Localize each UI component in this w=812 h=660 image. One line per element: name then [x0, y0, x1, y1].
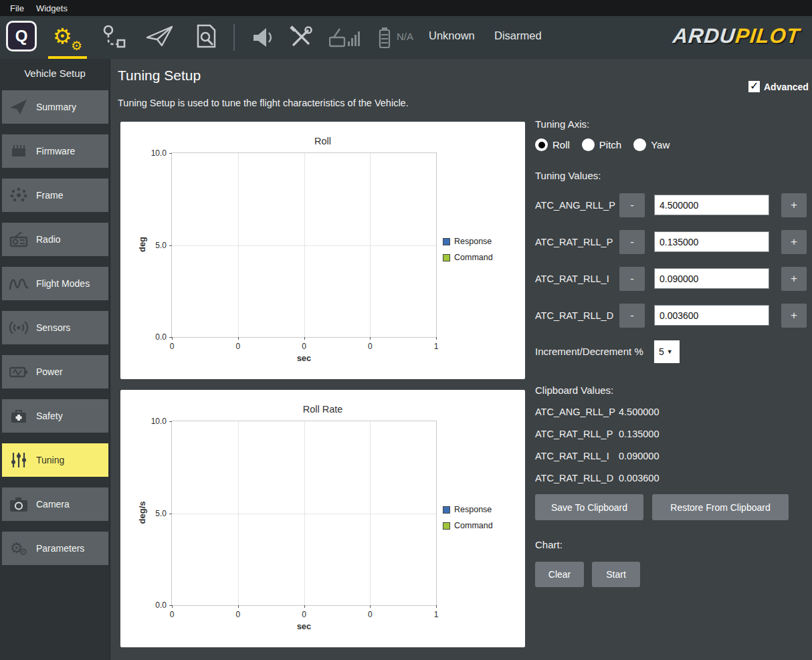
decrement-button[interactable]: - [619, 304, 645, 328]
response-swatch [443, 506, 450, 514]
tuning-row-atc-rat-rll-i: ATC_RAT_RLL_I - + [535, 267, 809, 291]
ardupilot-logo-right: PILOT [734, 24, 801, 47]
toolbar: Q ⚙⚙ [0, 16, 812, 59]
chevron-down-icon: ▼ [667, 348, 673, 355]
chart-legend: Response Command [443, 237, 493, 269]
legend-item-response: Response [443, 505, 493, 514]
fly-paper-plane-icon [146, 25, 174, 50]
rc-signal-icon[interactable] [324, 16, 365, 59]
battery-status-text: N/A [397, 31, 413, 42]
active-tab-underline [48, 56, 87, 59]
sidebar-item-label: Safety [36, 411, 63, 421]
armed-status[interactable]: Disarmed [494, 29, 542, 42]
flight-mode-status[interactable]: Unknown [429, 29, 475, 42]
sidebar-item-label: Summary [36, 102, 76, 112]
menubar: File Widgets [0, 0, 812, 16]
tuning-row-atc-rat-rll-p: ATC_RAT_RLL_P - + [535, 230, 809, 254]
param-value-input[interactable] [654, 195, 769, 215]
increment-button[interactable]: + [781, 304, 807, 328]
increment-button[interactable]: + [781, 267, 807, 291]
decrement-button[interactable]: - [619, 267, 645, 291]
chip-icon [8, 140, 29, 162]
battery-power-icon [8, 361, 29, 382]
command-swatch [443, 254, 450, 261]
command-swatch [443, 522, 450, 530]
x-axis-label: sec [171, 353, 437, 363]
legend-item-command: Command [443, 521, 493, 530]
battery-icon[interactable] [376, 16, 393, 59]
yaw-radio[interactable] [633, 138, 646, 151]
sidebar-title: Vehicle Setup [0, 68, 110, 79]
tuning-axis-label: Tuning Axis: [535, 118, 589, 130]
roll-rate-chart-panel: Roll Rate deg/s 0000110.05.00.0 sec Resp… [120, 390, 525, 647]
radio-option-pitch[interactable]: Pitch [582, 138, 621, 151]
radio-option-roll[interactable]: Roll [535, 138, 570, 151]
tuning-values-label: Tuning Values: [535, 170, 601, 181]
waveform-icon [8, 273, 29, 294]
camera-icon [8, 493, 29, 515]
start-chart-button[interactable]: Start [592, 562, 640, 587]
toolbar-vehicle-setup-button[interactable]: ⚙⚙ [47, 16, 88, 59]
param-value-input[interactable] [654, 231, 769, 252]
restore-from-clipboard-button[interactable]: Restore From Clipboard [652, 494, 789, 520]
tools-icon[interactable] [282, 16, 320, 59]
menu-file[interactable]: File [4, 3, 30, 13]
increment-decrement-row: Increment/Decrement % 5 ▼ [535, 340, 809, 363]
ardupilot-logo-left: ARDU [672, 24, 736, 47]
roll-radio[interactable] [535, 138, 548, 151]
pitch-radio[interactable] [582, 138, 595, 151]
sidebar-item-power[interactable]: Power [2, 355, 108, 389]
sidebar-item-tuning[interactable]: Tuning [2, 443, 108, 477]
sidebar-item-label: Tuning [36, 455, 64, 465]
roll-rate-plot-area: 0000110.05.00.0 [171, 421, 437, 606]
sidebar-item-label: Flight Modes [36, 278, 90, 289]
param-value-input[interactable] [654, 268, 769, 289]
qgc-logo-button[interactable]: Q [6, 21, 37, 51]
param-name: ATC_RAT_RLL_P [535, 230, 613, 254]
signal-waves-icon [8, 317, 29, 338]
sidebar-item-summary[interactable]: Summary [2, 90, 108, 124]
increment-percent-dropdown[interactable]: 5 ▼ [654, 340, 680, 363]
page-subtitle: Tuning Setup is used to tune the flight … [118, 98, 409, 108]
sidebar-item-flight-modes[interactable]: Flight Modes [2, 267, 108, 300]
save-to-clipboard-button[interactable]: Save To Clipboard [535, 494, 643, 520]
sidebar-item-frame[interactable]: Frame [2, 179, 108, 212]
sidebar-item-firmware[interactable]: Firmware [2, 134, 108, 168]
param-name: ATC_RAT_RLL_D [535, 304, 613, 328]
roll-chart-panel: Roll deg 0000110.05.00.0 sec Response Co… [120, 122, 525, 379]
advanced-toggle[interactable]: Advanced [748, 81, 809, 92]
ardupilot-logo: ARDUPILOT [672, 24, 801, 48]
advanced-label: Advanced [764, 82, 809, 92]
audio-megaphone-icon[interactable] [246, 16, 281, 59]
toolbar-plan-button[interactable] [94, 16, 134, 59]
roll-plot-area: 0000110.05.00.0 [171, 152, 437, 338]
menu-widgets[interactable]: Widgets [30, 3, 74, 13]
analyze-log-icon [195, 23, 217, 51]
decrement-button[interactable]: - [619, 193, 645, 217]
sidebar-item-label: Firmware [36, 146, 75, 156]
y-axis-label: deg [137, 218, 147, 271]
toolbar-separator [233, 24, 235, 51]
sidebar-item-label: Sensors [36, 322, 70, 333]
sidebar-item-label: Power [36, 366, 63, 377]
param-value-input[interactable] [654, 305, 769, 326]
sidebar-item-sensors[interactable]: Sensors [2, 311, 108, 344]
sidebar-item-radio[interactable]: Radio [2, 223, 108, 256]
increment-button[interactable]: + [781, 230, 807, 254]
param-name: ATC_ANG_RLL_P [535, 193, 615, 217]
x-axis-label: sec [171, 621, 437, 631]
first-aid-icon [8, 405, 29, 427]
chart-legend: Response Command [443, 505, 493, 537]
toolbar-analyze-button[interactable] [186, 16, 226, 59]
sidebar-item-camera[interactable]: Camera [2, 487, 108, 521]
decrement-button[interactable]: - [619, 230, 645, 254]
toolbar-fly-button[interactable] [138, 16, 182, 59]
sidebar-item-parameters[interactable]: ⚙⚙ Parameters [2, 532, 108, 565]
tuning-row-atc-ang-rll-p: ATC_ANG_RLL_P - + [535, 193, 809, 217]
radio-option-yaw[interactable]: Yaw [633, 138, 670, 151]
clear-chart-button[interactable]: Clear [535, 562, 584, 587]
advanced-checkbox[interactable] [748, 81, 760, 92]
sidebar-item-safety[interactable]: Safety [2, 399, 108, 433]
chart-section-label: Chart: [535, 539, 563, 550]
increment-button[interactable]: + [781, 193, 807, 217]
